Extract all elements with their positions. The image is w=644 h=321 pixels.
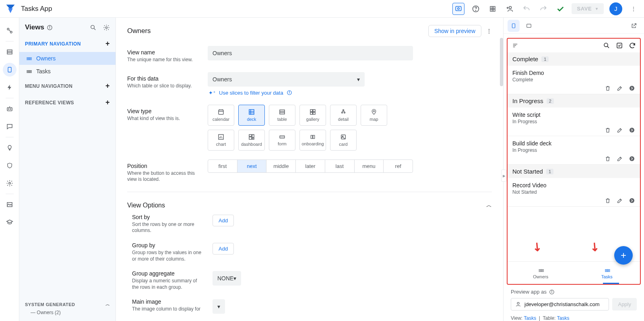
task-card[interactable]: Build slide deckIn Progress: [508, 136, 640, 165]
chevron-right-icon[interactable]: [629, 85, 635, 91]
view-type-gallery[interactable]: gallery: [299, 105, 326, 126]
section-primary-nav[interactable]: PRIMARY NAVIGATION+: [19, 35, 116, 52]
refresh-icon[interactable]: [629, 42, 636, 49]
rail-bolt-icon[interactable]: [3, 81, 17, 94]
table-link[interactable]: Tasks: [557, 315, 570, 321]
view-type-form[interactable]: form: [269, 130, 295, 151]
svg-point-20: [10, 109, 11, 110]
preview-as-email[interactable]: jdeveloper@christianschalk.com: [511, 298, 609, 311]
user-avatar[interactable]: J: [609, 2, 622, 15]
group-header[interactable]: Complete1: [508, 52, 640, 66]
group-header[interactable]: In Progress2: [508, 94, 640, 108]
task-card[interactable]: Finish DemoComplete: [508, 66, 640, 94]
nav-tasks[interactable]: ≡≡ Tasks: [574, 262, 640, 284]
fab-add-button[interactable]: +: [614, 246, 633, 265]
chevron-right-icon[interactable]: [629, 127, 635, 133]
sort-by-desc: Sort the rows by one or more columns.: [132, 222, 202, 234]
scrollbar[interactable]: [500, 38, 503, 86]
nav-item-owners[interactable]: ≡≡ Owners: [19, 52, 116, 65]
delete-icon[interactable]: [605, 155, 611, 162]
rail-bulb-icon[interactable]: [3, 141, 17, 155]
position-menu[interactable]: menu: [355, 160, 384, 172]
rail-bot-icon[interactable]: [3, 102, 17, 116]
info-icon[interactable]: [47, 25, 53, 31]
show-in-preview-button[interactable]: Show in preview: [428, 25, 481, 37]
group-header[interactable]: Not Started1: [508, 165, 640, 178]
main-image-label: Main image: [132, 298, 213, 305]
svg-point-83: [517, 302, 519, 304]
rail-image-icon[interactable]: [3, 198, 17, 211]
search-icon[interactable]: [90, 24, 97, 31]
view-type-onboarding[interactable]: onboarding: [299, 130, 326, 151]
apply-button[interactable]: Apply: [612, 298, 637, 311]
rail-magic-icon[interactable]: [3, 24, 17, 37]
view-type-chart[interactable]: chart: [208, 130, 234, 151]
position-last[interactable]: last: [325, 160, 355, 172]
task-card[interactable]: Write scriptIn Progress: [508, 108, 640, 136]
delete-icon[interactable]: [605, 197, 611, 204]
for-data-select[interactable]: Owners ▾: [208, 72, 365, 87]
view-type-card[interactable]: card: [330, 130, 357, 151]
save-button[interactable]: SAVE▾: [572, 3, 604, 14]
help-icon[interactable]: [470, 3, 481, 14]
phone-preview-icon[interactable]: [508, 20, 520, 32]
view-options-header[interactable]: View Options ︿: [127, 192, 492, 214]
group-by-add-button[interactable]: Add: [213, 243, 234, 255]
preview-icon[interactable]: [452, 3, 464, 15]
search-icon[interactable]: [603, 42, 610, 49]
redo-icon[interactable]: [538, 3, 549, 14]
rail-education-icon[interactable]: [3, 215, 17, 229]
view-type-detail[interactable]: detail: [330, 105, 357, 126]
rail-chat-icon[interactable]: [3, 120, 17, 133]
view-type-deck[interactable]: deck: [238, 105, 265, 126]
delete-icon[interactable]: [605, 85, 611, 91]
section-menu-nav[interactable]: MENU NAVIGATION+: [19, 78, 116, 94]
section-system-generated[interactable]: SYSTEM GENERATED︿: [19, 297, 116, 307]
check-icon[interactable]: [555, 3, 566, 14]
rail-views-icon[interactable]: [3, 63, 17, 77]
more-icon[interactable]: ⋮: [486, 28, 492, 34]
gear-icon[interactable]: [103, 24, 110, 31]
grid-icon[interactable]: [487, 3, 498, 14]
rail-data-icon[interactable]: [3, 45, 17, 59]
slices-help-link[interactable]: ✦⁺ Use slices to filter your data: [208, 90, 417, 96]
edit-icon[interactable]: [617, 197, 623, 204]
chevron-right-icon[interactable]: [629, 197, 635, 204]
hamburger-icon[interactable]: [512, 43, 519, 48]
position-later[interactable]: later: [296, 160, 325, 172]
view-type-map[interactable]: map: [361, 105, 387, 126]
edit-icon[interactable]: [617, 155, 623, 162]
undo-icon[interactable]: [521, 3, 532, 14]
main-image-select[interactable]: ▾: [213, 299, 225, 314]
add-person-icon[interactable]: [504, 3, 515, 14]
position-next[interactable]: next: [237, 160, 267, 172]
phone-list[interactable]: Complete1Finish DemoCompleteIn Progress2…: [508, 52, 640, 261]
view-link[interactable]: Tasks: [524, 315, 536, 321]
rail-shield-icon[interactable]: [3, 159, 17, 172]
view-type-dashboard[interactable]: dashboard: [238, 130, 265, 151]
edit-icon[interactable]: [617, 127, 623, 133]
view-type-table[interactable]: table: [269, 105, 295, 126]
edit-icon[interactable]: [617, 85, 623, 91]
tablet-preview-icon[interactable]: [523, 20, 535, 32]
nav-owners[interactable]: ≡≡ Owners: [508, 262, 574, 284]
position-first[interactable]: first: [208, 160, 237, 172]
checkbox-icon[interactable]: [616, 42, 623, 49]
task-card[interactable]: Record VideoNot Started: [508, 178, 640, 207]
view-name-input[interactable]: [208, 46, 413, 60]
sort-by-add-button[interactable]: Add: [213, 215, 234, 226]
more-icon[interactable]: ⋮: [628, 3, 639, 14]
rail-gear-icon[interactable]: [3, 176, 17, 190]
position-middle[interactable]: middle: [266, 160, 296, 172]
nav-item-tasks[interactable]: ≡≡ Tasks: [19, 65, 116, 78]
open-external-icon[interactable]: [628, 20, 640, 32]
delete-icon[interactable]: [605, 127, 611, 133]
preview-viewline: View: Tasks | Table: Tasks: [507, 313, 641, 321]
group-agg-select[interactable]: NONE ▾: [213, 271, 241, 286]
chevron-right-icon[interactable]: [629, 155, 635, 162]
view-type-calendar[interactable]: calendar: [208, 105, 234, 126]
section-reference-views[interactable]: REFERENCE VIEWS+: [19, 94, 116, 111]
position-ref[interactable]: ref: [384, 160, 413, 172]
system-sub-owners[interactable]: — Owners (2): [19, 307, 116, 315]
info-icon[interactable]: [549, 289, 555, 295]
